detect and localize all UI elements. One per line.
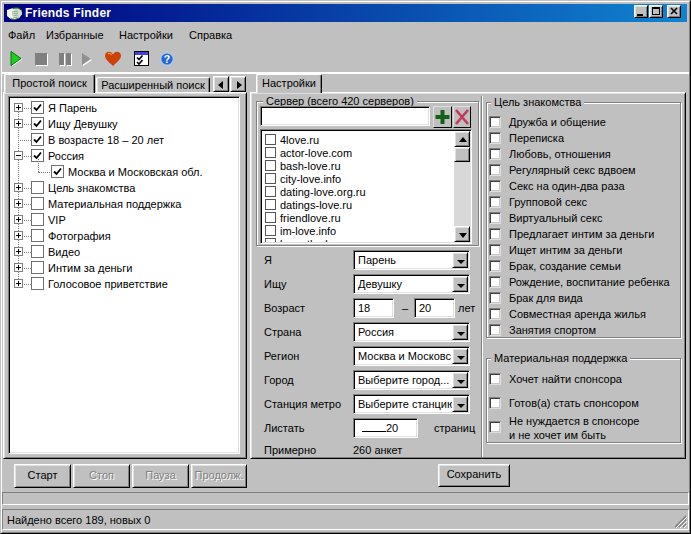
svg-text:?: ?: [164, 53, 170, 65]
